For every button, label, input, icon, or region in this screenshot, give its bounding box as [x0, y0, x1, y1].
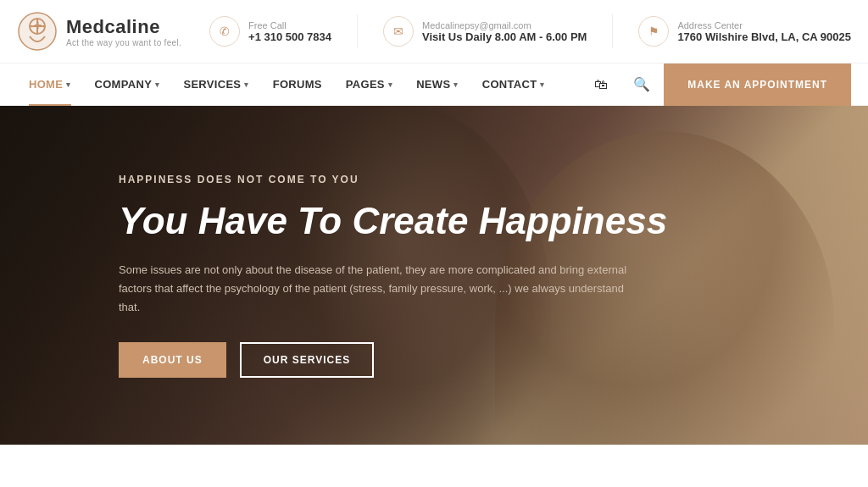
nav-company-label: COMPANY: [95, 78, 153, 91]
nav-forums[interactable]: FORUMS: [261, 64, 334, 106]
nav-pages[interactable]: PAGES ▾: [334, 64, 404, 106]
address-label: Address Center: [677, 20, 851, 30]
top-contacts: ✆ Free Call +1 310 500 7834 ✉ Medcalinep…: [209, 14, 851, 48]
hero-buttons: ABOUT US OUR SERVICES: [119, 342, 667, 378]
phone-label: Free Call: [248, 20, 331, 30]
email-sublabel: Visit Us Daily 8.00 AM - 6.00 PM: [422, 30, 587, 43]
search-icon[interactable]: 🔍: [628, 71, 655, 98]
nav-services-label: SERVICES: [183, 78, 241, 91]
nav-pages-label: PAGES: [346, 78, 385, 91]
logo: + Medcaline Act the way you want to feel…: [17, 11, 186, 52]
hero-subtitle: HAPPINESS DOES NOT COME TO YOU: [119, 174, 667, 185]
navbar: HOME ▾ COMPANY ▾ SERVICES ▾ FORUMS PAGES…: [0, 64, 868, 106]
nav-contact-label: CONTACT: [482, 78, 537, 91]
chevron-down-icon: ▾: [155, 80, 159, 89]
phone-contact: ✆ Free Call +1 310 500 7834: [209, 16, 331, 47]
chevron-down-icon: ▾: [453, 80, 458, 89]
phone-icon: ✆: [209, 16, 240, 47]
address-contact: ⚑ Address Center 1760 Wilshire Blvd, LA,…: [638, 16, 851, 47]
logo-subtitle: Act the way you want to feel.: [66, 38, 181, 47]
hero-title: You Have To Create Happiness: [119, 199, 667, 244]
logo-icon: +: [17, 11, 58, 52]
divider-2: [612, 14, 613, 48]
nav-services[interactable]: SERVICES ▾: [171, 64, 260, 106]
appointment-button[interactable]: MAKE AN APPOINTMENT: [664, 64, 851, 106]
email-label: Medcalinepsy@gmail.com: [422, 20, 587, 30]
hero-content: HAPPINESS DOES NOT COME TO YOU You Have …: [119, 174, 667, 378]
nav-news-label: NEWS: [416, 78, 450, 91]
address-value: 1760 Wilshire Blvd, LA, CA 90025: [677, 30, 851, 43]
top-bar: + Medcaline Act the way you want to feel…: [0, 0, 868, 64]
phone-value: +1 310 500 7834: [248, 30, 331, 43]
about-us-button[interactable]: ABOUT US: [119, 342, 226, 378]
svg-text:+: +: [34, 18, 42, 32]
chevron-down-icon: ▾: [244, 80, 248, 89]
nav-forums-label: FORUMS: [273, 78, 322, 91]
chevron-down-icon: ▾: [66, 80, 70, 89]
nav-home[interactable]: HOME ▾: [17, 64, 83, 106]
email-icon: ✉: [383, 16, 414, 47]
email-contact: ✉ Medcalinepsy@gmail.com Visit Us Daily …: [383, 16, 587, 47]
nav-items: HOME ▾ COMPANY ▾ SERVICES ▾ FORUMS PAGES…: [17, 64, 579, 106]
nav-icon-group: 🛍 🔍: [587, 71, 655, 98]
logo-title: Medcaline: [66, 16, 181, 38]
nav-contact[interactable]: CONTACT ▾: [470, 64, 557, 106]
location-icon: ⚑: [638, 16, 669, 47]
cart-icon[interactable]: 🛍: [587, 71, 615, 98]
hero-description: Some issues are not only about the disea…: [119, 261, 627, 317]
our-services-button[interactable]: OUR SERVICES: [240, 342, 374, 378]
nav-company[interactable]: COMPANY ▾: [83, 64, 172, 106]
divider-1: [357, 14, 358, 48]
nav-news[interactable]: NEWS ▾: [404, 64, 470, 106]
chevron-down-icon: ▾: [388, 80, 392, 89]
hero-section: HAPPINESS DOES NOT COME TO YOU You Have …: [0, 106, 868, 445]
chevron-down-icon: ▾: [540, 80, 544, 89]
nav-home-label: HOME: [29, 78, 63, 91]
